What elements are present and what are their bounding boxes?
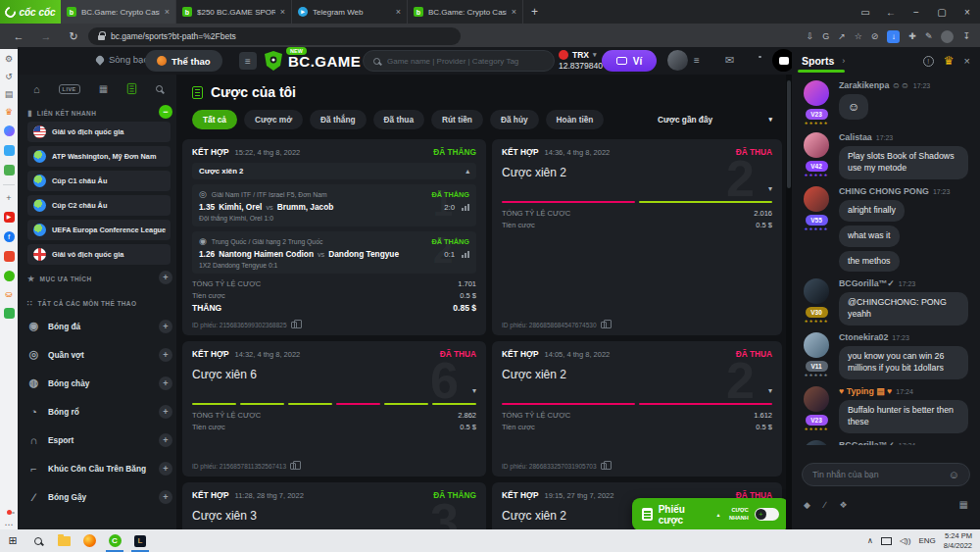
chat-username[interactable]: Zarakikenpa ☺☺17:23 [839,80,968,90]
crown-icon[interactable]: ♛ [5,108,13,117]
settings-gear-icon[interactable]: ⚙ [5,55,13,64]
adblock-icon[interactable]: ⊘ [871,31,879,41]
language-indicator[interactable]: ENG [918,536,935,545]
volume-icon[interactable]: ◁)) [900,536,910,545]
forward-icon[interactable]: → [37,30,55,42]
url-box[interactable]: bc.game/sports?bt-path=%2Fbets [88,27,461,45]
quick-link-item[interactable]: UEFA Europa Conference League [27,220,171,240]
taskbar-search[interactable] [25,529,51,552]
chat-rules-icon[interactable]: ! [923,56,934,67]
profile-icon[interactable] [941,30,954,43]
stats-icon[interactable] [462,204,469,211]
chat-tab-sports[interactable]: Sports [802,55,834,67]
bet-card[interactable]: KẾT HỢP 15:22, 4 thg 8, 2022 ĐÃ THẮNG Cư… [182,139,486,335]
expand-icon[interactable]: + [159,405,172,419]
zalo-icon[interactable] [4,145,15,156]
browser-tab-2[interactable]: b $250 BC.GAME SPORTS PARL × [176,0,292,24]
chat-username[interactable]: Ctonekira0217:23 [839,332,968,342]
chat-message-list[interactable]: V23 ★★★★★ Zarakikenpa ☺☺17:23 ☺ V42 ★★★★… [792,76,976,445]
chat-input[interactable] [812,470,943,479]
home-icon[interactable]: ⌂ [33,83,40,95]
sort-dropdown[interactable]: Cược gần đây ▾ [658,115,780,125]
close-chat-icon[interactable]: × [964,55,970,67]
filter-cashout[interactable]: Rút tiền [431,110,483,129]
menu-burger-icon[interactable]: ≡ [239,52,257,70]
browser-tab-4[interactable]: b BC.Game: Crypto Casino Ga × [408,0,523,24]
expand-icon[interactable]: + [159,320,172,333]
bet-card[interactable]: KẾT HỢP 14:32, 4 thg 8, 2022 ĐÃ THUA Cượ… [182,341,486,477]
bet-card[interactable]: KẾT HỢP 11:28, 28 thg 7, 2022 ĐÃ THẮNG C… [182,482,486,529]
quick-link-item[interactable]: Giải vô địch quốc gia [27,244,171,265]
close-button[interactable]: × [955,7,980,18]
tab-close-icon[interactable]: × [280,7,285,17]
chevron-down-icon[interactable]: ▾ [768,386,772,395]
copy-icon[interactable] [291,322,297,328]
chevron-down-icon[interactable]: ▾ [472,386,476,395]
live-tab[interactable]: LIVE [59,84,80,94]
avatar[interactable] [804,386,829,412]
bet-title-row[interactable]: Cược xiên 2 ▴ [192,163,476,179]
account-edit-icon[interactable]: ✎ [925,31,933,41]
start-button[interactable]: ⊞ [0,529,25,552]
avatar[interactable] [804,278,829,304]
filter-lost[interactable]: Đã thua [373,110,424,129]
clover-icon[interactable]: ❖ [839,500,847,510]
chat-username[interactable]: BCGorilla™✓17:24 [839,440,968,445]
league-app[interactable]: L [127,529,153,552]
translate-icon[interactable]: G [822,31,829,41]
back-icon[interactable]: ← [10,30,27,42]
chat-app-icon[interactable] [4,271,15,281]
copy-icon[interactable] [601,322,607,328]
reload-icon[interactable]: ↻ [65,30,82,43]
browser-tab-3[interactable]: ▸ Telegram Web × [292,0,408,24]
feed-icon[interactable]: ▤ [5,90,14,99]
sidebar-item-esport[interactable]: ∩ Esport + [18,426,176,454]
quick-bet-toggle[interactable]: + [755,508,779,521]
collapse-quicklinks-button[interactable]: − [159,105,172,119]
quick-link-item[interactable]: ATP Washington, Mỹ Đơn Nam [27,146,171,167]
maximize-button[interactable]: ▢ [929,7,955,18]
filter-cancelled[interactable]: Đã hủy [490,110,539,129]
chat-username[interactable]: CHING CHONG PONG17:23 [839,186,968,196]
expand-icon[interactable]: + [159,462,172,476]
minimize-button[interactable]: − [904,7,929,18]
my-bets-icon[interactable] [127,83,136,94]
chat-username[interactable]: BCGorilla™✓17:23 [839,278,968,288]
chat-input-box[interactable]: ☺ [802,463,970,486]
add-favorite-button[interactable]: + [159,271,172,284]
copy-icon[interactable] [290,463,296,470]
expand-icon[interactable]: + [159,433,172,447]
facebook-icon[interactable]: f [4,231,15,242]
bookmark-star-icon[interactable]: ☆ [855,31,862,41]
rain-icon[interactable]: ◆ [804,500,810,510]
sports-switch[interactable]: Thể thao NEW [145,50,222,72]
bcgame-logo[interactable]: BC.GAME [265,51,361,71]
calendar-icon[interactable]: ▦ [99,83,108,94]
sidebar-item-baseball[interactable]: ◍ Bóng chày + [18,369,176,397]
new-tab-button[interactable]: + [531,5,538,19]
bet-slip-button[interactable]: Phiếu cược ▴ CƯỢC NHANH + [632,498,786,529]
tray-expand-icon[interactable]: ∧ [867,536,873,545]
more-icon[interactable]: ⋯ [5,521,14,529]
youtube-icon[interactable]: ▶ [4,212,15,223]
emoji-icon[interactable]: ☺ [949,469,959,480]
keyboard-icon[interactable]: ▦ [959,499,968,510]
tab-close-icon[interactable]: × [396,7,401,17]
chat-username[interactable]: Calistaa17:23 [839,132,968,142]
share-icon[interactable]: ↗ [838,31,846,41]
network-icon[interactable] [881,537,892,545]
file-explorer[interactable] [51,529,76,552]
avatar[interactable] [804,80,829,106]
filter-won[interactable]: Đã thắng [310,110,367,129]
sidebar-item-tennis[interactable]: ◎ Quần vợt + [18,340,176,369]
filter-all[interactable]: Tất cả [192,110,237,129]
filter-open[interactable]: Cược mở [244,110,303,129]
quick-link-item[interactable]: Giải vô địch quốc gia [27,122,171,142]
wallet-button[interactable]: Ví [602,50,657,72]
screencast-icon[interactable]: ▭ [853,7,878,18]
taskbar-clock[interactable]: 5:24 PM 8/4/2022 [944,531,972,551]
sidebar-item-ice-hockey[interactable]: ⌐ Khúc Côn Cầu Trên Băng + [18,454,176,482]
trophy-icon[interactable]: ♛ [944,54,955,68]
casino-switch[interactable]: Sòng bạc [96,54,148,65]
bet-card[interactable]: KẾT HỢP 14:05, 4 thg 8, 2022 ĐÃ THUA Cượ… [492,341,782,477]
